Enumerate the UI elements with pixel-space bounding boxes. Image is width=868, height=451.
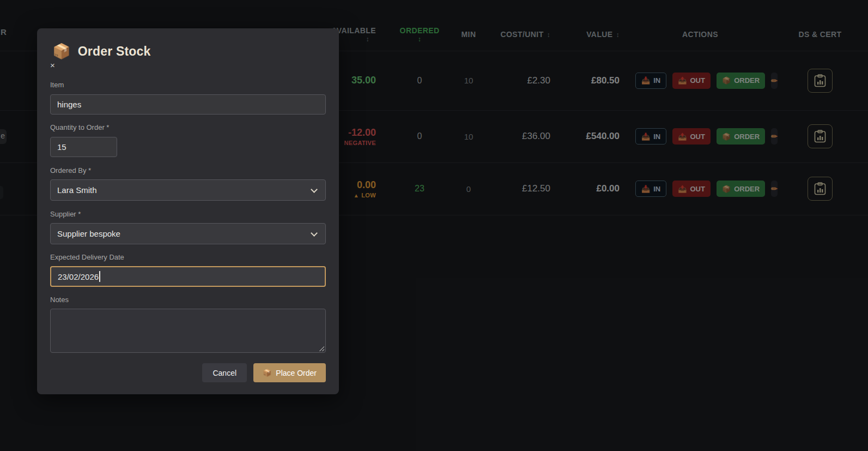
quantity-input[interactable] (50, 137, 117, 157)
item-label: Item (50, 81, 64, 89)
supplier-label: Supplier * (50, 210, 81, 218)
quantity-label: Quantity to Order * (50, 123, 109, 131)
place-order-button[interactable]: 📦 Place Order (253, 363, 326, 382)
modal-footer: Cancel 📦 Place Order (202, 363, 326, 382)
chevron-down-icon (311, 230, 318, 237)
app-root: R AVAILABLE ↕ ORDERED ↕ MIN COST/UNIT↕ V… (0, 0, 868, 451)
notes-field-wrap (50, 309, 326, 353)
supplier-select[interactable]: Supplier bespoke (50, 223, 326, 244)
text-cursor (99, 271, 100, 282)
delivery-date-label: Expected Delivery Date (50, 253, 124, 261)
item-input[interactable] (50, 94, 326, 115)
close-icon[interactable]: × (50, 61, 55, 69)
delivery-date-input[interactable]: 23/02/2026 (50, 266, 326, 287)
ordered-by-select[interactable]: Lara Smith (50, 179, 326, 201)
cancel-button[interactable]: Cancel (202, 363, 247, 382)
package-icon: 📦 (263, 369, 271, 377)
modal-header: 📦 Order Stock (52, 43, 151, 60)
modal-title: Order Stock (78, 44, 151, 59)
notes-textarea[interactable] (50, 309, 326, 353)
chevron-down-icon (311, 186, 318, 193)
ordered-by-label: Ordered By * (50, 166, 91, 175)
notes-label: Notes (50, 296, 69, 304)
package-icon: 📦 (52, 43, 71, 60)
order-stock-modal: 📦 Order Stock × Item Quantity to Order *… (37, 28, 339, 394)
